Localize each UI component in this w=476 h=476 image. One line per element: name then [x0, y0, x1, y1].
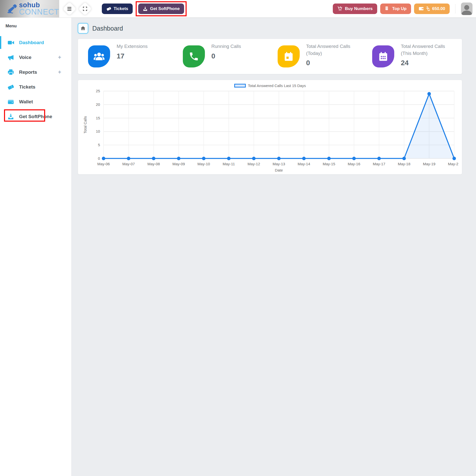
header-get-softphone-button[interactable]: Get SoftPhone: [138, 4, 184, 14]
stat-answered-month: Total Answered Calls (This Month) 24: [365, 39, 459, 74]
svg-text:May-19: May-19: [423, 162, 435, 166]
taka-icon: [426, 6, 430, 11]
chart-card: Total Answered Calls Last 15 Days 051015…: [78, 80, 462, 175]
svg-text:May-10: May-10: [197, 162, 210, 166]
ticket-icon: [8, 84, 14, 90]
svg-text:May-17: May-17: [373, 162, 385, 166]
cart-icon: [337, 6, 343, 11]
svg-text:May-14: May-14: [298, 162, 310, 166]
app-shell: Menu Dashboard Voice + Reports +: [0, 18, 476, 476]
stat-sublabel: (Today): [306, 50, 350, 57]
header-divider: [455, 4, 455, 14]
sidebar-item-label: Wallet: [19, 99, 33, 105]
megaphone-icon: [8, 54, 14, 61]
user-avatar[interactable]: [461, 3, 472, 15]
sidebar-item-dashboard[interactable]: Dashboard: [0, 35, 71, 50]
get-softphone-button-label: Get SoftPhone: [150, 6, 180, 11]
svg-text:May-09: May-09: [173, 162, 185, 166]
buy-numbers-button[interactable]: Buy Numbers: [333, 4, 377, 14]
header-right-group: Buy Numbers Top Up 650.00: [333, 3, 476, 15]
stat-value: 0: [211, 52, 241, 60]
sidebar-item-label: Tickets: [19, 84, 35, 90]
stat-sublabel: (This Month): [401, 50, 445, 57]
main-content: Dashboard My Extensions 17: [71, 18, 476, 476]
sidebar-item-voice[interactable]: Voice +: [0, 50, 71, 65]
svg-text:20: 20: [96, 102, 100, 107]
app-logo[interactable]: sohub CONNECT: [0, 0, 59, 18]
page-title: Dashboard: [92, 25, 123, 32]
svg-text:Total Calls: Total Calls: [83, 116, 87, 133]
coins-icon: [385, 6, 390, 11]
person-silhouette-icon: [461, 4, 472, 15]
download-icon: [8, 113, 14, 120]
sidebar-item-tickets[interactable]: Tickets: [0, 80, 71, 94]
svg-text:15: 15: [96, 116, 100, 120]
dashboard-icon: [8, 39, 14, 46]
fullscreen-icon: [83, 7, 87, 11]
users-icon: [88, 45, 110, 67]
answered-calls-line-chart[interactable]: 0510152025May-06May-07May-08May-09May-10…: [82, 89, 458, 173]
buy-numbers-label: Buy Numbers: [345, 6, 373, 11]
top-header: sohub CONNECT Tickets: [0, 0, 476, 18]
stat-value: 24: [401, 59, 445, 67]
sidebar-item-reports[interactable]: Reports +: [0, 65, 71, 80]
hamburger-icon: [67, 7, 71, 11]
top-up-label: Top Up: [392, 6, 407, 11]
stat-label: Running Calls: [211, 43, 241, 50]
svg-text:May-16: May-16: [348, 162, 360, 166]
calendar-day-icon: [278, 45, 300, 67]
header-toggle-group: [65, 4, 90, 14]
calendar-month-icon: [372, 45, 394, 67]
breadcrumb: Dashboard: [78, 23, 462, 34]
download-icon: [143, 6, 148, 11]
wallet-balance-button[interactable]: 650.00: [414, 4, 450, 14]
phone-icon: [183, 45, 205, 67]
chart-legend-label: Total Answered Calls Last 15 Days: [248, 84, 306, 88]
svg-text:May-06: May-06: [97, 162, 110, 166]
stat-label: Total Answered Calls: [401, 43, 445, 50]
home-icon: [80, 26, 86, 31]
ticket-icon: [106, 6, 111, 11]
stat-label: My Extensions: [117, 43, 148, 50]
fullscreen-button[interactable]: [78, 2, 92, 16]
tickets-button-label: Tickets: [114, 6, 128, 11]
printer-icon: [8, 69, 14, 75]
sidebar-item-get-softphone[interactable]: Get SoftPhone: [0, 109, 71, 124]
svg-text:May-13: May-13: [273, 162, 285, 166]
sidebar-item-wallet[interactable]: Wallet: [0, 94, 71, 109]
wallet-icon: [8, 99, 14, 105]
wallet-icon: [419, 6, 424, 11]
top-up-button[interactable]: Top Up: [380, 4, 411, 14]
stats-card: My Extensions 17 Running Calls 0: [78, 39, 462, 74]
chart-legend[interactable]: Total Answered Calls Last 15 Days: [82, 83, 458, 89]
stat-answered-today: Total Answered Calls (Today) 0: [270, 39, 365, 74]
stat-my-extensions: My Extensions 17: [81, 39, 175, 74]
svg-text:May-07: May-07: [122, 162, 135, 166]
balance-amount: 650.00: [432, 6, 445, 11]
breadcrumb-home-button[interactable]: [78, 23, 88, 34]
expand-plus-icon[interactable]: +: [58, 69, 61, 75]
expand-plus-icon[interactable]: +: [58, 54, 61, 61]
sidebar-item-label: Reports: [19, 69, 37, 75]
svg-text:May-20: May-20: [448, 162, 458, 166]
annotation-box-header-softphone: Get SoftPhone: [136, 1, 187, 16]
chart-legend-swatch: [234, 84, 246, 88]
svg-text:10: 10: [96, 129, 100, 133]
svg-text:Date: Date: [275, 168, 283, 172]
stat-value: 0: [306, 59, 350, 67]
sidebar-menu-label: Menu: [6, 24, 71, 29]
logo-subtitle: CONNECT: [19, 8, 59, 16]
sidebar-item-label: Dashboard: [19, 40, 44, 45]
header-tickets-button[interactable]: Tickets: [102, 4, 133, 14]
svg-text:5: 5: [98, 143, 100, 147]
stat-label: Total Answered Calls: [306, 43, 350, 50]
sidebar-item-label: Voice: [19, 55, 31, 60]
svg-text:May-18: May-18: [398, 162, 410, 166]
stat-running-calls: Running Calls 0: [175, 39, 270, 74]
sidebar-toggle-button[interactable]: [63, 2, 76, 16]
stat-value: 17: [117, 52, 148, 60]
svg-text:0: 0: [98, 156, 100, 161]
sidebar: Menu Dashboard Voice + Reports +: [0, 18, 71, 476]
svg-text:May-12: May-12: [248, 162, 260, 166]
svg-text:May-08: May-08: [147, 162, 160, 166]
